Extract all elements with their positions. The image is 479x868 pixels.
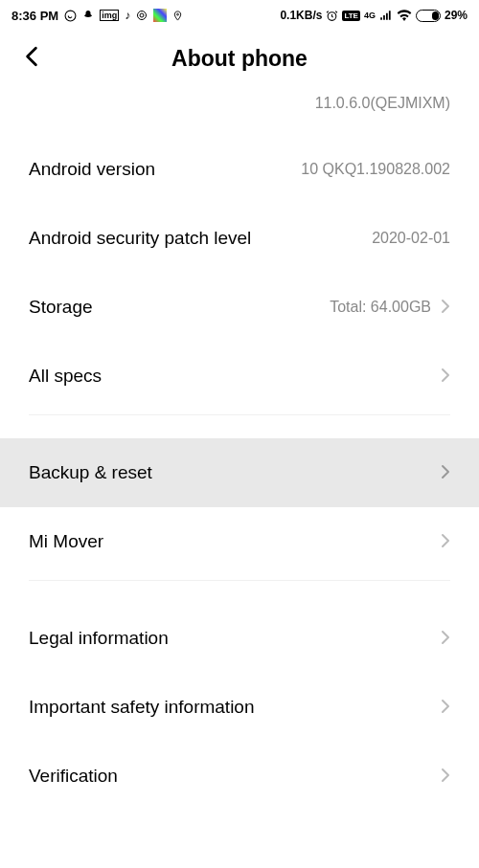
item-label: Backup & reset [29,462,152,483]
chevron-right-icon [441,297,450,319]
security-patch-item[interactable]: Android security patch level 2020-02-01 [0,204,479,273]
data-speed: 0.1KB/s [280,9,322,22]
location-icon [172,10,183,22]
item-label: Mi Mover [29,531,103,552]
item-label: All specs [29,366,102,387]
status-bar-right: 0.1KB/s LTE 4G 29% [280,9,468,22]
item-value: 2020-02-01 [372,230,450,247]
battery-icon [416,10,441,22]
svg-point-0 [65,11,76,21]
item-value: 10 QKQ1.190828.002 [301,161,450,178]
page-title: About phone [19,46,460,72]
legal-information-item[interactable]: Legal information [0,604,479,673]
alarm-icon [326,10,338,22]
back-button[interactable] [23,44,40,74]
item-label: Legal information [29,628,169,649]
mi-mover-item[interactable]: Mi Mover [0,507,479,576]
svg-point-3 [177,13,179,15]
svg-point-1 [138,11,147,20]
volte-icon: LTE [342,11,360,21]
status-bar-left: 8:36 PM img ♪ [11,9,183,23]
music-icon: ♪ [125,9,130,22]
section-gap [0,419,479,438]
item-label: Storage [29,297,93,318]
img-icon: img [100,10,119,21]
battery-percent: 29% [445,9,468,22]
svg-point-2 [140,13,144,17]
backup-reset-item[interactable]: Backup & reset [0,438,479,507]
target-icon [136,10,148,21]
chevron-right-icon [441,766,450,788]
chevron-right-icon [441,628,450,650]
item-value: Total: 64.00GB [330,299,431,316]
chevron-right-icon [441,697,450,719]
chevron-right-icon [441,531,450,553]
status-time: 8:36 PM [11,9,58,23]
snapchat-icon [82,10,94,21]
section-gap [0,585,479,604]
item-label: Important safety information [29,697,255,718]
app-icon [153,9,167,22]
item-label: Verification [29,766,118,787]
header: About phone [0,31,479,95]
android-version-item[interactable]: Android version 10 QKQ1.190828.002 [0,135,479,204]
miui-version-subtitle: 11.0.6.0(QEJMIXM) [0,95,479,135]
item-label: Android security patch level [29,228,251,249]
storage-item[interactable]: Storage Total: 64.00GB [0,273,479,342]
whatsapp-icon [64,10,77,22]
verification-item[interactable]: Verification [0,742,479,811]
all-specs-item[interactable]: All specs [0,342,479,411]
wifi-icon [397,10,412,21]
divider [29,414,450,415]
safety-information-item[interactable]: Important safety information [0,673,479,742]
4g-icon: 4G [364,11,376,20]
divider [29,580,450,581]
signal-icon [379,10,393,21]
status-bar: 8:36 PM img ♪ 0.1KB/s LTE 4G 29% [0,0,479,31]
chevron-right-icon [441,462,450,484]
item-label: Android version [29,159,155,180]
chevron-right-icon [441,366,450,388]
item-right: Total: 64.00GB [330,297,450,319]
